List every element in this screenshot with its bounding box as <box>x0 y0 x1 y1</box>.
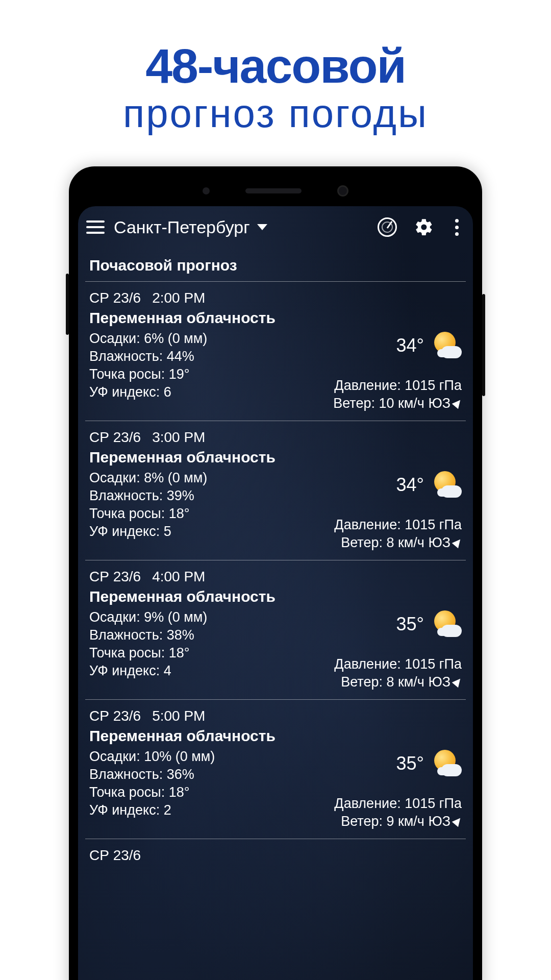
hour-time: 4:00 PM <box>152 569 205 585</box>
hour-datetime: СР 23/6 2:00 PM <box>89 290 462 306</box>
hour-pressure: Давление: 1015 гПа <box>334 796 462 812</box>
hour-temp: 35° <box>396 614 424 635</box>
settings-icon[interactable] <box>414 217 434 237</box>
hour-dewpoint: Точка росы: 19° <box>89 366 323 382</box>
hour-day: СР 23/6 <box>89 290 141 306</box>
hour-datetime: СР 23/6 5:00 PM <box>89 708 462 724</box>
hour-condition: Переменная облачность <box>89 727 462 745</box>
hour-pressure: Давление: 1015 гПа <box>334 656 462 672</box>
partly-cloudy-icon <box>432 331 462 360</box>
phone-side-button-right <box>482 294 485 396</box>
phone-side-button-left <box>66 274 69 335</box>
app-bar-actions <box>378 217 463 237</box>
hour-wind: Ветер: 8 км/ч ЮЗ <box>341 674 462 690</box>
hour-temp-block: 35° <box>396 749 462 778</box>
hour-card[interactable]: СР 23/6 4:00 PM Переменная облачность Ос… <box>78 560 473 699</box>
hour-pressure: Давление: 1015 гПа <box>334 378 462 394</box>
hour-humidity: Влажность: 38% <box>89 627 324 643</box>
hour-datetime: СР 23/6 4:00 PM <box>89 569 462 585</box>
hour-uv: УФ индекс: 6 <box>89 384 323 400</box>
wind-arrow-icon <box>452 537 464 549</box>
hour-temp-block: 34° <box>396 470 462 500</box>
wind-arrow-icon <box>452 398 464 409</box>
phone-speaker <box>245 188 302 193</box>
hour-dewpoint: Точка росы: 18° <box>89 645 324 661</box>
hour-uv: УФ индекс: 5 <box>89 524 324 540</box>
promo-title: 48-часовой <box>10 41 541 92</box>
hour-pressure: Давление: 1015 гПа <box>334 517 462 533</box>
hour-wind: Ветер: 8 км/ч ЮЗ <box>341 535 462 551</box>
hour-condition: Переменная облачность <box>89 309 462 327</box>
hour-dewpoint: Точка росы: 18° <box>89 785 324 800</box>
hour-day: СР 23/6 <box>89 847 141 864</box>
hour-precip: Осадки: 8% (0 мм) <box>89 470 324 486</box>
hour-day: СР 23/6 <box>89 708 141 724</box>
hour-day: СР 23/6 <box>89 569 141 585</box>
hour-time: 2:00 PM <box>152 290 205 306</box>
menu-icon[interactable] <box>86 218 105 236</box>
phone-sensor <box>203 187 210 194</box>
hour-datetime: СР 23/6 <box>89 847 462 864</box>
hour-uv: УФ индекс: 4 <box>89 663 324 679</box>
partly-cloudy-icon <box>432 609 462 639</box>
hour-precip: Осадки: 9% (0 мм) <box>89 609 324 625</box>
partly-cloudy-icon <box>432 749 462 778</box>
hour-day: СР 23/6 <box>89 429 141 446</box>
hour-dewpoint: Точка росы: 18° <box>89 506 324 522</box>
hour-temp-block: 34° <box>396 331 462 360</box>
hour-wind: Ветер: 9 км/ч ЮЗ <box>341 814 462 829</box>
hour-temp: 35° <box>396 753 424 774</box>
section-title: Почасовой прогноз <box>78 247 473 281</box>
hour-time: 3:00 PM <box>152 429 205 446</box>
hour-time: 5:00 PM <box>152 708 205 724</box>
hour-temp: 34° <box>396 474 424 496</box>
phone-camera <box>337 185 348 197</box>
promo-header: 48-часовой прогноз погоды <box>0 0 551 156</box>
hour-condition: Переменная облачность <box>89 588 462 605</box>
more-icon[interactable] <box>451 218 463 237</box>
hour-card[interactable]: СР 23/6 <box>78 839 473 876</box>
wind-arrow-icon <box>452 816 464 827</box>
hour-wind: Ветер: 10 км/ч ЮЗ <box>333 396 462 411</box>
hour-uv: УФ индекс: 2 <box>89 802 324 818</box>
wind-arrow-icon <box>452 676 464 688</box>
app-bar: Санкт-Петербург <box>78 206 473 247</box>
location-selector[interactable]: Санкт-Петербург <box>114 217 368 237</box>
phone-frame: Санкт-Петербург Почасовой прогноз СР 23/… <box>69 166 482 980</box>
hour-precip: Осадки: 6% (0 мм) <box>89 331 323 347</box>
app-screen: Санкт-Петербург Почасовой прогноз СР 23/… <box>78 206 473 980</box>
partly-cloudy-icon <box>432 470 462 500</box>
location-label: Санкт-Петербург <box>114 217 250 237</box>
hour-humidity: Влажность: 44% <box>89 349 323 364</box>
hour-card[interactable]: СР 23/6 3:00 PM Переменная облачность Ос… <box>78 421 473 560</box>
chevron-down-icon <box>257 224 267 230</box>
hour-temp: 34° <box>396 335 424 356</box>
hour-humidity: Влажность: 36% <box>89 767 324 782</box>
hour-temp-block: 35° <box>396 609 462 639</box>
hour-precip: Осадки: 10% (0 мм) <box>89 749 324 765</box>
hour-card[interactable]: СР 23/6 5:00 PM Переменная облачность Ос… <box>78 700 473 839</box>
hour-datetime: СР 23/6 3:00 PM <box>89 429 462 446</box>
promo-subtitle: прогноз погоды <box>10 92 541 136</box>
radar-icon[interactable] <box>378 217 397 237</box>
hour-humidity: Влажность: 39% <box>89 488 324 504</box>
hour-card[interactable]: СР 23/6 2:00 PM Переменная облачность Ос… <box>78 282 473 421</box>
phone-top-bar <box>78 176 473 206</box>
hour-condition: Переменная облачность <box>89 449 462 466</box>
